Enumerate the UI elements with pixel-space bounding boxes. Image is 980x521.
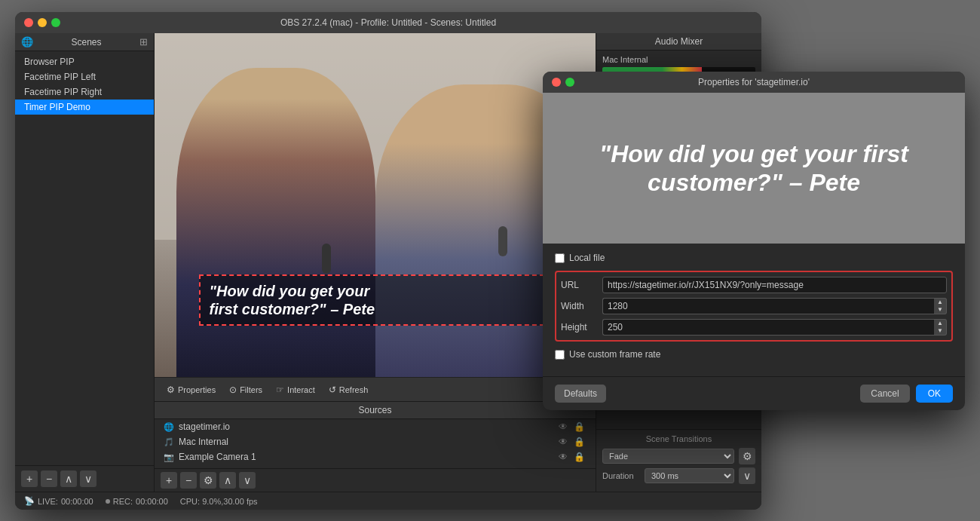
filters-icon: ⊙ (229, 385, 237, 395)
width-down-button[interactable]: ▼ (934, 306, 946, 314)
local-file-row: Local file (555, 253, 953, 263)
rec-status: REC: 00:00:00 (106, 497, 168, 506)
preview-canvas: "How did you get yourfirst customer?" – … (155, 33, 596, 377)
width-row: Width ▲ ▼ (561, 298, 947, 314)
height-input[interactable] (602, 319, 934, 336)
globe-icon: 🌐 (21, 36, 33, 48)
sources-panel: Sources 🌐 stagetimer.io 👁 🔒 🎵 Mac Intern… (155, 401, 596, 492)
obs-main-panel: "How did you get yourfirst customer?" – … (155, 33, 596, 492)
interact-button[interactable]: ☞ Interact (270, 382, 321, 397)
width-spinner-buttons: ▲ ▼ (934, 298, 947, 314)
dialog-maximize-button[interactable] (565, 78, 574, 87)
source-lock-button[interactable]: 🔒 (572, 421, 586, 432)
source-camera-lock-button[interactable]: 🔒 (572, 452, 586, 462)
mic-right (498, 226, 507, 256)
duration-label: Duration (602, 471, 640, 480)
source-camera-eye-button[interactable]: 👁 (557, 452, 569, 462)
cpu-label: CPU: 9.0%,30.00 fps (180, 497, 258, 506)
scene-item-facetime-left[interactable]: Facetime PIP Left (15, 69, 154, 84)
source-browser-icon: 🌐 (164, 422, 174, 432)
local-file-label: Local file (569, 253, 605, 263)
live-status: 📡 LIVE: 00:00:00 (24, 496, 93, 506)
scene-transitions-title: Scene Transitions (602, 434, 755, 443)
local-file-checkbox[interactable] (555, 253, 565, 263)
custom-frame-checkbox[interactable] (555, 350, 565, 360)
scenes-header: 🌐 Scenes ⊞ (15, 33, 154, 51)
width-up-button[interactable]: ▲ (934, 299, 946, 306)
transition-type-select[interactable]: Fade (602, 449, 734, 464)
source-camera-icon: 📷 (164, 452, 174, 462)
close-button[interactable] (24, 18, 33, 27)
obs-toolbar: ⚙ Properties ⊙ Filters ☞ Interact ↺ Refr… (155, 377, 596, 401)
properties-icon: ⚙ (167, 385, 175, 395)
url-input[interactable] (602, 277, 947, 293)
height-down-button[interactable]: ▼ (934, 327, 946, 335)
dialog-preview-text: "How did you get your first customer?" –… (543, 124, 965, 213)
dialog-titlebar: Properties for 'stagetimer.io' (543, 72, 965, 93)
width-spinner: ▲ ▼ (602, 298, 947, 314)
rec-label: REC: (113, 497, 133, 506)
maximize-button[interactable] (51, 18, 60, 27)
source-item-mac-internal[interactable]: 🎵 Mac Internal 👁 🔒 (155, 434, 596, 449)
audio-mixer-title: Audio Mixer (602, 36, 755, 47)
move-scene-up-button[interactable]: ∧ (60, 470, 77, 487)
dialog-close-button[interactable] (552, 78, 561, 87)
scenes-panel: 🌐 Scenes ⊞ Browser PIP Facetime PIP Left… (15, 33, 155, 492)
obs-window-title: OBS 27.2.4 (mac) - Profile: Untitled - S… (280, 17, 496, 28)
refresh-button[interactable]: ↺ Refresh (323, 382, 375, 397)
sources-title: Sources (161, 405, 590, 415)
interact-label: Interact (287, 385, 315, 394)
rec-dot (106, 499, 110, 504)
url-row: URL (561, 277, 947, 293)
scene-transitions-panel: Scene Transitions Fade ⚙ Duration 300 ms… (596, 429, 761, 492)
properties-dialog: Properties for 'stagetimer.io' "How did … (543, 72, 965, 410)
source-eye-button[interactable]: 👁 (557, 421, 569, 432)
add-scene-icon: ⊞ (139, 36, 148, 48)
duration-select[interactable]: 300 ms (645, 468, 734, 483)
properties-button[interactable]: ⚙ Properties (161, 382, 222, 397)
sources-header: Sources (155, 402, 596, 419)
scenes-list: Browser PIP Facetime PIP Left Facetime P… (15, 51, 154, 465)
duration-row: Duration 300 ms ∨ (602, 467, 755, 484)
person-left (176, 68, 375, 377)
dialog-footer-right: Cancel OK (860, 385, 953, 403)
source-audio-icon: 🎵 (164, 437, 174, 447)
source-settings-button[interactable]: ⚙ (200, 472, 216, 489)
ok-button[interactable]: OK (916, 385, 953, 403)
source-mac-eye-button[interactable]: 👁 (557, 437, 569, 447)
defaults-button[interactable]: Defaults (555, 385, 606, 403)
filters-button[interactable]: ⊙ Filters (223, 382, 268, 397)
source-mac-actions: 👁 🔒 (557, 437, 586, 447)
rec-time: 00:00:00 (136, 497, 168, 506)
add-scene-button[interactable]: + (21, 470, 38, 487)
audio-mixer-header: Audio Mixer (596, 33, 761, 51)
minimize-button[interactable] (38, 18, 47, 27)
move-source-down-button[interactable]: ∨ (239, 472, 256, 489)
scene-item-timer-pip-demo[interactable]: Timer PIP Demo (15, 100, 154, 115)
add-source-button[interactable]: + (161, 472, 177, 489)
overlay-text-box: "How did you get yourfirst customer?" – … (199, 274, 552, 326)
source-mac-lock-button[interactable]: 🔒 (572, 437, 586, 447)
source-item-camera[interactable]: 📷 Example Camera 1 👁 🔒 (155, 449, 596, 464)
live-time: 00:00:00 (61, 497, 93, 506)
source-camera-actions: 👁 🔒 (557, 452, 586, 462)
width-input[interactable] (602, 298, 934, 314)
url-size-group: URL Width ▲ ▼ Height ▲ (555, 271, 953, 342)
height-spinner-buttons: ▲ ▼ (934, 319, 947, 336)
mic-left (322, 244, 331, 274)
move-scene-down-button[interactable]: ∨ (80, 470, 96, 487)
refresh-icon: ↺ (329, 385, 336, 395)
height-up-button[interactable]: ▲ (934, 320, 946, 327)
preview-area: "How did you get yourfirst customer?" – … (155, 33, 596, 377)
source-name-camera: Example Camera 1 (179, 452, 256, 462)
scene-item-facetime-right[interactable]: Facetime PIP Right (15, 84, 154, 100)
transition-settings-button[interactable]: ⚙ (739, 448, 755, 464)
cancel-button[interactable]: Cancel (860, 385, 909, 403)
duration-down-button[interactable]: ∨ (739, 467, 755, 484)
remove-source-button[interactable]: − (180, 472, 197, 489)
source-item-stagetimer[interactable]: 🌐 stagetimer.io 👁 🔒 (155, 419, 596, 434)
scene-item-browser-pip[interactable]: Browser PIP (15, 54, 154, 69)
remove-scene-button[interactable]: − (41, 470, 57, 487)
move-source-up-button[interactable]: ∧ (219, 472, 236, 489)
live-label: LIVE: (38, 497, 58, 506)
